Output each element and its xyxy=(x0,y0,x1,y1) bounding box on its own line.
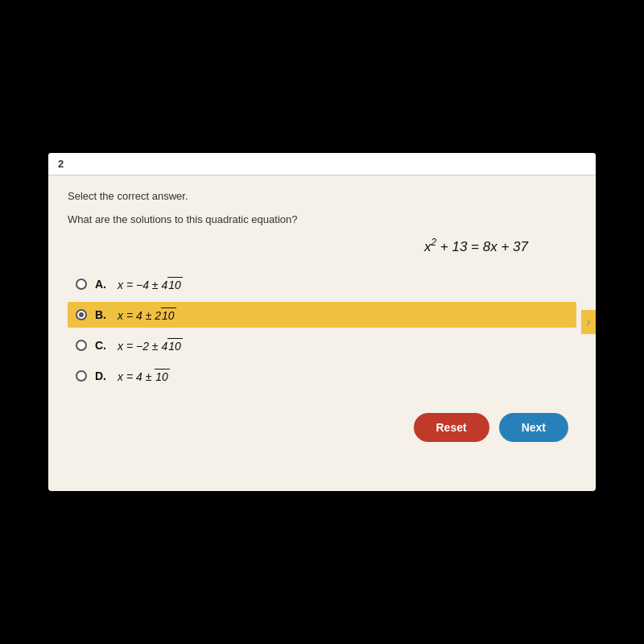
option-c-label: C. xyxy=(95,339,106,352)
instruction-text: Select the correct answer. xyxy=(68,190,576,202)
option-a[interactable]: A. x = −4 ± 410 xyxy=(68,271,576,297)
option-a-text: x = −4 ± 410 xyxy=(118,277,183,291)
radio-b[interactable] xyxy=(76,309,87,320)
selected-arrow: › xyxy=(581,310,596,334)
next-button[interactable]: Next xyxy=(499,413,568,442)
option-d[interactable]: D. x = 4 ± 10 xyxy=(68,363,576,389)
option-d-label: D. xyxy=(95,369,106,382)
option-b[interactable]: B. x = 4 ± 210 › xyxy=(68,302,576,328)
equation-display: x2 + 13 = 8x + 37 xyxy=(68,237,576,255)
option-b-label: B. xyxy=(95,308,106,321)
radio-c[interactable] xyxy=(76,340,87,351)
question-card: 2 Select the correct answer. What are th… xyxy=(48,153,596,491)
option-c[interactable]: C. x = −2 ± 410 xyxy=(68,332,576,358)
action-buttons: Reset Next xyxy=(68,413,576,442)
option-b-text: x = 4 ± 210 xyxy=(118,308,176,322)
option-a-label: A. xyxy=(95,278,106,291)
question-number: 2 xyxy=(48,153,596,175)
option-c-text: x = −2 ± 410 xyxy=(118,338,183,353)
radio-a[interactable] xyxy=(76,279,87,290)
question-text: What are the solutions to this quadratic… xyxy=(68,213,576,225)
option-d-text: x = 4 ± 10 xyxy=(118,369,170,383)
reset-button[interactable]: Reset xyxy=(414,413,489,442)
answer-options: A. x = −4 ± 410 B. x = 4 ± 210 › C. x = xyxy=(68,271,576,389)
card-body: Select the correct answer. What are the … xyxy=(48,175,596,461)
radio-d[interactable] xyxy=(76,370,87,382)
